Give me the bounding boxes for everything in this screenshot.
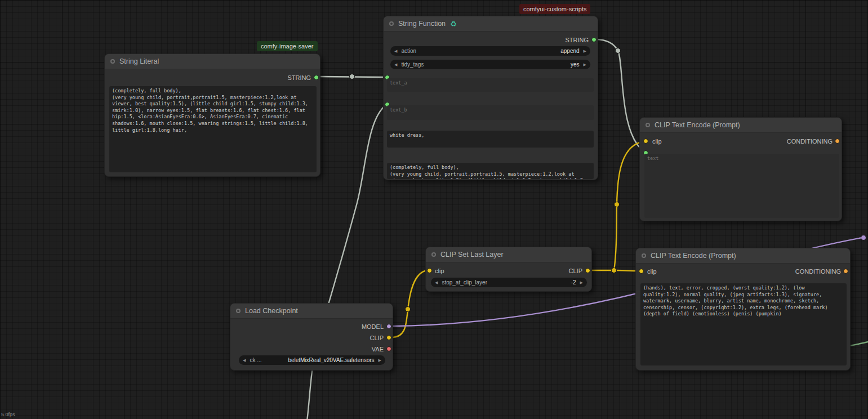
output-label-model: MODEL — [362, 323, 384, 330]
stop-at-clip-layer-widget[interactable]: ◀ stop_at_clip_layer -2 ▶ — [431, 278, 587, 287]
node-load-checkpoint[interactable]: Load Checkpoint MODEL CLIP VAE ◀ ck ... … — [230, 303, 393, 371]
wire-checkpoint-clip-to-setlayer — [393, 270, 428, 337]
node-title: CLIP Text Encode (Prompt) — [651, 252, 736, 260]
node-title-bar[interactable]: String Literal — [105, 54, 320, 69]
node-title: Load Checkpoint — [245, 307, 298, 315]
node-pack-badge-image-saver: comfy-image-saver — [257, 41, 318, 51]
text-b-muted-widget[interactable]: text_b — [387, 105, 594, 120]
input-slot-clip[interactable] — [427, 268, 432, 273]
output-slot-vae[interactable] — [386, 346, 391, 351]
collapse-dot-icon[interactable] — [642, 253, 646, 258]
output-label-clip: CLIP — [370, 335, 384, 341]
node-graph-canvas[interactable]: comfy-image-saver comfyui-custom-scripts… — [0, 0, 868, 419]
node-clip-text-encode-positive[interactable]: CLIP Text Encode (Prompt) clip CONDITION… — [639, 117, 842, 221]
action-widget[interactable]: ◀ action append ▶ — [390, 46, 590, 56]
node-clip-text-encode-negative[interactable]: CLIP Text Encode (Prompt) clip CONDITION… — [635, 248, 851, 371]
widget-value: -2 — [571, 279, 576, 286]
text-a-muted-widget[interactable]: text_a — [387, 78, 594, 92]
node-string-literal[interactable]: String Literal STRING (completely, full … — [104, 54, 321, 177]
fps-indicator: 5.0fps — [1, 412, 15, 417]
combo-prev-icon[interactable]: ◀ — [435, 278, 438, 287]
node-title: CLIP Set Last Layer — [440, 251, 504, 258]
node-title: CLIP Text Encode (Prompt) — [655, 121, 740, 129]
link-dot — [350, 74, 355, 79]
node-title-bar[interactable]: CLIP Text Encode (Prompt) — [640, 118, 842, 133]
link-dot — [616, 48, 621, 54]
collapse-dot-icon[interactable] — [431, 252, 436, 257]
combo-next-icon[interactable]: ▶ — [584, 60, 586, 69]
widget-value: yes — [571, 61, 580, 68]
output-label-string: STRING — [287, 74, 311, 81]
output-slot-string[interactable] — [591, 37, 597, 42]
input-label-clip: clip — [652, 138, 662, 145]
output-label-string: STRING — [565, 37, 589, 43]
negative-prompt-textarea[interactable]: (hands), text, error, cropped, (worst qu… — [640, 283, 847, 365]
text-d-textarea[interactable]: (completely, full body), (very young chi… — [387, 163, 594, 179]
tidy-tags-widget[interactable]: ◀ tidy_tags yes ▶ — [390, 60, 590, 69]
output-slot-conditioning[interactable] — [835, 139, 840, 144]
output-slot-model[interactable] — [386, 324, 391, 329]
output-slot-string[interactable] — [314, 75, 319, 80]
widget-value: beletMixReal_v20VAE.safetensors — [288, 357, 374, 363]
combo-next-icon[interactable]: ▶ — [580, 278, 583, 287]
text-input-muted-widget[interactable]: text — [644, 154, 839, 218]
input-slot-clip[interactable] — [639, 269, 644, 274]
widget-label: tidy_tags — [401, 61, 424, 68]
widget-label: action — [401, 48, 416, 54]
string-literal-textarea[interactable]: (completely, full body), (very young chi… — [109, 86, 317, 172]
combo-next-icon[interactable]: ▶ — [379, 355, 381, 365]
node-title-bar[interactable]: Load Checkpoint — [230, 304, 393, 319]
input-slot-clip[interactable] — [643, 139, 648, 144]
link-dot — [615, 202, 620, 207]
node-pack-badge-custom-scripts: comfyui-custom-scripts — [519, 4, 590, 14]
widget-label: ck ... — [250, 357, 261, 363]
collapse-dot-icon[interactable] — [110, 59, 115, 64]
node-string-function[interactable]: String Function ♻ STRING ◀ action append… — [383, 16, 598, 180]
output-slot-clip[interactable] — [386, 335, 391, 340]
node-title: String Function — [398, 20, 446, 28]
node-title-bar[interactable]: String Function ♻ — [384, 16, 598, 32]
output-slot-conditioning[interactable] — [843, 269, 848, 274]
collapse-dot-icon[interactable] — [236, 309, 241, 313]
pysssss-pack-icon: ♻ — [450, 20, 457, 28]
output-label-vae: VAE — [372, 346, 384, 353]
combo-prev-icon[interactable]: ◀ — [243, 355, 246, 365]
link-dot — [861, 235, 866, 240]
ckpt-name-widget[interactable]: ◀ ck ... beletMixReal_v20VAE.safetensors… — [239, 355, 385, 365]
node-title: String Literal — [119, 57, 159, 65]
node-title-bar[interactable]: CLIP Set Last Layer — [426, 247, 591, 262]
node-title-bar[interactable]: CLIP Text Encode (Prompt) — [636, 248, 850, 264]
input-label-clip: clip — [435, 268, 444, 274]
link-dot — [612, 268, 617, 273]
combo-next-icon[interactable]: ▶ — [584, 46, 586, 56]
wire-string-function-to-text — [595, 39, 645, 152]
node-clip-set-last-layer[interactable]: CLIP Set Last Layer clip CLIP ◀ stop_at_… — [425, 247, 592, 292]
output-slot-clip[interactable] — [585, 268, 590, 273]
widget-label: stop_at_clip_layer — [442, 279, 487, 286]
widget-value: append — [560, 48, 579, 54]
text-c-textarea[interactable]: white dress, — [387, 131, 594, 148]
output-label-conditioning: CONDITIONING — [795, 268, 841, 275]
collapse-dot-icon[interactable] — [646, 123, 650, 127]
output-label-conditioning: CONDITIONING — [787, 138, 833, 145]
input-label-clip: clip — [647, 268, 657, 275]
output-label-clip: CLIP — [569, 268, 582, 274]
combo-prev-icon[interactable]: ◀ — [394, 60, 397, 69]
collapse-dot-icon[interactable] — [389, 21, 394, 26]
link-dot — [406, 307, 411, 312]
combo-prev-icon[interactable]: ◀ — [394, 46, 397, 56]
